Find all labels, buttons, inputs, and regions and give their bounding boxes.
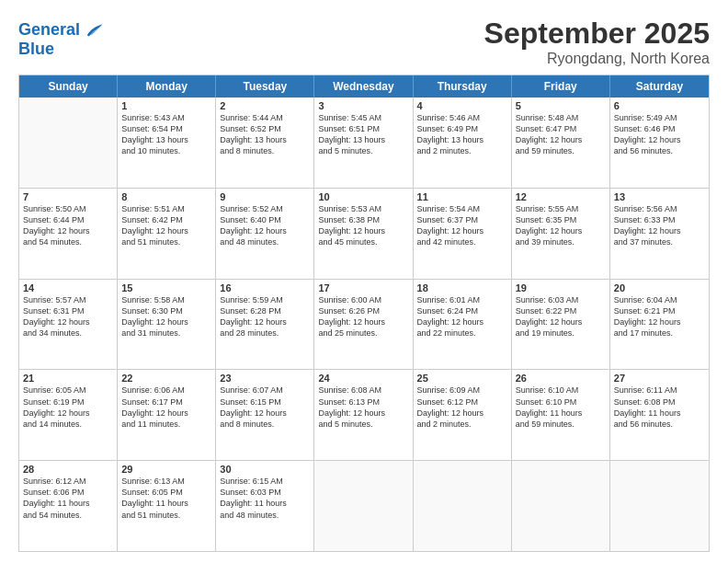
cell-l1: Sunrise: 6:11 AM bbox=[614, 385, 705, 396]
cell-l3: Daylight: 11 hours bbox=[614, 408, 705, 419]
day-cell-8: 8Sunrise: 5:51 AMSunset: 6:42 PMDaylight… bbox=[118, 189, 216, 279]
cell-l3: Daylight: 12 hours bbox=[23, 316, 113, 327]
day-cell-10: 10Sunrise: 5:53 AMSunset: 6:38 PMDayligh… bbox=[314, 189, 413, 279]
logo: General Blue bbox=[18, 20, 102, 59]
empty-cell bbox=[414, 461, 512, 551]
cell-l2: Sunset: 6:12 PM bbox=[417, 396, 507, 408]
cell-l4: and 14 minutes. bbox=[23, 419, 113, 430]
day-number: 14 bbox=[23, 282, 113, 293]
cell-l2: Sunset: 6:05 PM bbox=[121, 487, 211, 498]
day-number: 17 bbox=[318, 282, 408, 293]
cell-l2: Sunset: 6:10 PM bbox=[516, 396, 606, 408]
cell-l3: Daylight: 12 hours bbox=[220, 316, 310, 327]
cell-l3: Daylight: 12 hours bbox=[417, 225, 507, 236]
cell-l3: Daylight: 12 hours bbox=[614, 134, 705, 145]
cell-l2: Sunset: 6:51 PM bbox=[318, 123, 408, 134]
cell-l1: Sunrise: 5:46 AM bbox=[417, 112, 507, 123]
cell-l4: and 45 minutes. bbox=[318, 236, 408, 247]
cell-l1: Sunrise: 5:49 AM bbox=[614, 112, 705, 123]
cell-l4: and 11 minutes. bbox=[121, 419, 211, 430]
header-day-monday: Monday bbox=[118, 75, 216, 98]
cell-l3: Daylight: 12 hours bbox=[614, 225, 705, 236]
cell-l4: and 8 minutes. bbox=[220, 145, 310, 156]
cell-l2: Sunset: 6:37 PM bbox=[417, 214, 507, 225]
cell-l4: and 19 minutes. bbox=[516, 327, 606, 339]
cell-l3: Daylight: 12 hours bbox=[121, 225, 211, 236]
cell-l3: Daylight: 12 hours bbox=[417, 408, 507, 419]
cell-l1: Sunrise: 5:56 AM bbox=[614, 203, 705, 214]
day-cell-6: 6Sunrise: 5:49 AMSunset: 6:46 PMDaylight… bbox=[610, 98, 709, 188]
calendar-row-0: 1Sunrise: 5:43 AMSunset: 6:54 PMDaylight… bbox=[19, 98, 709, 189]
cell-l1: Sunrise: 6:15 AM bbox=[220, 476, 310, 487]
day-number: 16 bbox=[220, 282, 310, 293]
cell-l3: Daylight: 12 hours bbox=[318, 225, 408, 236]
cell-l2: Sunset: 6:40 PM bbox=[220, 214, 310, 225]
cell-l1: Sunrise: 6:07 AM bbox=[220, 385, 310, 396]
cell-l1: Sunrise: 5:50 AM bbox=[23, 203, 113, 214]
cell-l2: Sunset: 6:35 PM bbox=[516, 214, 606, 225]
cell-l1: Sunrise: 5:51 AM bbox=[121, 203, 211, 214]
day-number: 18 bbox=[417, 282, 507, 293]
cell-l1: Sunrise: 6:12 AM bbox=[23, 476, 113, 487]
day-number: 19 bbox=[516, 282, 606, 293]
day-number: 4 bbox=[417, 100, 507, 111]
day-number: 12 bbox=[516, 191, 606, 202]
day-number: 1 bbox=[121, 100, 211, 111]
cell-l1: Sunrise: 6:03 AM bbox=[516, 294, 606, 305]
cell-l1: Sunrise: 5:45 AM bbox=[318, 112, 408, 123]
day-number: 22 bbox=[121, 373, 211, 384]
cell-l1: Sunrise: 5:59 AM bbox=[220, 294, 310, 305]
day-number: 27 bbox=[614, 373, 705, 384]
cell-l2: Sunset: 6:15 PM bbox=[220, 396, 310, 408]
day-number: 11 bbox=[417, 191, 507, 202]
day-number: 28 bbox=[23, 464, 113, 475]
cell-l1: Sunrise: 5:43 AM bbox=[121, 112, 211, 123]
day-cell-12: 12Sunrise: 5:55 AMSunset: 6:35 PMDayligh… bbox=[512, 189, 610, 279]
calendar-body: 1Sunrise: 5:43 AMSunset: 6:54 PMDaylight… bbox=[19, 98, 709, 551]
empty-cell bbox=[610, 461, 709, 551]
cell-l1: Sunrise: 6:04 AM bbox=[614, 294, 705, 305]
cell-l4: and 8 minutes. bbox=[220, 419, 310, 430]
day-cell-4: 4Sunrise: 5:46 AMSunset: 6:49 PMDaylight… bbox=[414, 98, 512, 188]
cell-l1: Sunrise: 5:54 AM bbox=[417, 203, 507, 214]
cell-l4: and 59 minutes. bbox=[516, 419, 606, 430]
logo-blue: Blue bbox=[18, 40, 54, 58]
day-number: 25 bbox=[417, 373, 507, 384]
day-number: 26 bbox=[516, 373, 606, 384]
day-cell-19: 19Sunrise: 6:03 AMSunset: 6:22 PMDayligh… bbox=[512, 280, 610, 370]
day-cell-14: 14Sunrise: 5:57 AMSunset: 6:31 PMDayligh… bbox=[19, 280, 118, 370]
cell-l3: Daylight: 12 hours bbox=[121, 408, 211, 419]
day-number: 7 bbox=[23, 191, 113, 202]
header-day-friday: Friday bbox=[512, 75, 610, 98]
cell-l4: and 22 minutes. bbox=[417, 327, 507, 339]
calendar-row-1: 7Sunrise: 5:50 AMSunset: 6:44 PMDaylight… bbox=[19, 189, 709, 280]
cell-l2: Sunset: 6:54 PM bbox=[121, 123, 211, 134]
cell-l1: Sunrise: 6:13 AM bbox=[121, 476, 211, 487]
cell-l1: Sunrise: 6:10 AM bbox=[516, 385, 606, 396]
cell-l2: Sunset: 6:06 PM bbox=[23, 487, 113, 498]
day-number: 2 bbox=[220, 100, 310, 111]
cell-l4: and 56 minutes. bbox=[614, 145, 705, 156]
day-number: 13 bbox=[614, 191, 705, 202]
day-cell-18: 18Sunrise: 6:01 AMSunset: 6:24 PMDayligh… bbox=[414, 280, 512, 370]
cell-l3: Daylight: 12 hours bbox=[220, 225, 310, 236]
month-title: September 2025 bbox=[484, 17, 710, 51]
page: General Blue September 2025 Ryongdang, N… bbox=[0, 0, 728, 563]
day-cell-30: 30Sunrise: 6:15 AMSunset: 6:03 PMDayligh… bbox=[216, 461, 314, 551]
day-number: 8 bbox=[121, 191, 211, 202]
day-cell-21: 21Sunrise: 6:05 AMSunset: 6:19 PMDayligh… bbox=[19, 370, 118, 460]
cell-l1: Sunrise: 5:53 AM bbox=[318, 203, 408, 214]
cell-l3: Daylight: 11 hours bbox=[121, 498, 211, 509]
cell-l4: and 39 minutes. bbox=[516, 236, 606, 247]
cell-l3: Daylight: 12 hours bbox=[318, 408, 408, 419]
day-cell-7: 7Sunrise: 5:50 AMSunset: 6:44 PMDaylight… bbox=[19, 189, 118, 279]
cell-l1: Sunrise: 5:52 AM bbox=[220, 203, 310, 214]
calendar-row-2: 14Sunrise: 5:57 AMSunset: 6:31 PMDayligh… bbox=[19, 280, 709, 371]
cell-l4: and 48 minutes. bbox=[220, 236, 310, 247]
cell-l3: Daylight: 12 hours bbox=[516, 316, 606, 327]
cell-l4: and 28 minutes. bbox=[220, 327, 310, 339]
logo-text: General bbox=[18, 21, 80, 40]
cell-l3: Daylight: 12 hours bbox=[318, 316, 408, 327]
cell-l1: Sunrise: 5:44 AM bbox=[220, 112, 310, 123]
cell-l4: and 5 minutes. bbox=[318, 145, 408, 156]
